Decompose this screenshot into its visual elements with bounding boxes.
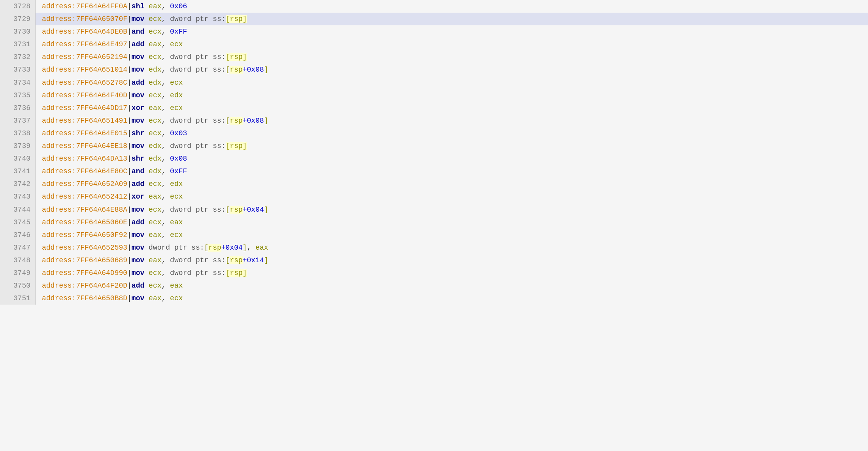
register: eax [149,2,161,10]
table-row[interactable]: 3733address:7FF64A651014|mov edx, dword … [0,63,868,76]
table-row[interactable]: 3751address:7FF64A650B8D|mov eax, ecx [0,292,868,305]
separator: | [127,53,132,61]
line-number: 3746 [0,229,36,241]
register: eax [149,294,161,302]
register: edx [149,142,161,150]
keyword: ptr [191,66,213,74]
address: address:7FF64A650689 [42,256,127,264]
line-content: address:7FF64A650F92|mov eax, ecx [36,229,868,241]
table-row[interactable]: 3746address:7FF64A650F92|mov eax, ecx [0,229,868,241]
comma: , [161,40,170,48]
separator: | [127,218,132,226]
line-content: address:7FF64A652412|xor eax, ecx [36,190,868,203]
line-number: 3751 [0,292,36,305]
table-row[interactable]: 3736address:7FF64A64DD17|xor eax, ecx [0,102,868,114]
mnemonic: add [132,180,144,188]
table-row[interactable]: 3744address:7FF64A64E88A|mov ecx, dword … [0,203,868,216]
address: address:7FF64A64DD17 [42,104,127,112]
line-number: 3743 [0,190,36,203]
address: address:7FF64A64F40D [42,91,127,99]
table-row[interactable]: 3743address:7FF64A652412|xor eax, ecx [0,190,868,203]
table-row[interactable]: 3732address:7FF64A652194|mov ecx, dword … [0,51,868,63]
segment: ss: [213,206,225,214]
keyword: dword [170,53,191,61]
address: address:7FF64A64E497 [42,40,127,48]
mem-open: [ [226,206,230,214]
table-row[interactable]: 3729address:7FF64A65070F|mov ecx, dword … [0,13,868,25]
separator: | [127,193,132,201]
separator: | [127,180,132,188]
table-row[interactable]: 3738address:7FF64A64E015|shr ecx, 0x03 [0,127,868,140]
register: ecx [149,15,161,23]
segment: ss: [213,142,225,150]
comma: , [161,28,170,36]
line-number: 3729 [0,13,36,25]
table-row[interactable]: 3730address:7FF64A64DE0B|and ecx, 0xFF [0,25,868,38]
separator: | [127,104,132,112]
immediate: 0xFF [170,28,187,36]
table-row[interactable]: 3735address:7FF64A64F40D|mov ecx, edx [0,89,868,102]
keyword: ptr [191,117,213,125]
line-content: address:7FF64A64E88A|mov ecx, dword ptr … [36,203,868,216]
table-row[interactable]: 3741address:7FF64A64E80C|and edx, 0xFF [0,165,868,178]
register: eax [149,193,161,201]
table-row[interactable]: 3750address:7FF64A64F20D|add ecx, eax [0,279,868,292]
comma: , [161,53,170,61]
address: address:7FF64A64DA13 [42,155,127,163]
disasm-rows: 3728address:7FF64A64FF0A|shl eax, 0x0637… [0,0,868,305]
address: address:7FF64A64E80C [42,167,127,175]
immediate: 0x08 [170,155,187,163]
register: eax [170,282,183,290]
comma: , [161,193,170,201]
line-content: address:7FF64A65060E|add ecx, eax [36,216,868,229]
address: address:7FF64A652A09 [42,180,127,188]
line-content: address:7FF64A64FF0A|shl eax, 0x06 [36,0,868,13]
line-content: address:7FF64A651491|mov ecx, dword ptr … [36,114,868,127]
table-row[interactable]: 3745address:7FF64A65060E|add ecx, eax [0,216,868,229]
mnemonic: mov [132,269,144,277]
table-row[interactable]: 3742address:7FF64A652A09|add ecx, edx [0,178,868,190]
keyword: dword [170,117,191,125]
table-row[interactable]: 3737address:7FF64A651491|mov ecx, dword … [0,114,868,127]
line-content: address:7FF64A64F20D|add ecx, eax [36,279,868,292]
keyword: dword [170,256,191,264]
line-content: address:7FF64A64DA13|shr edx, 0x08 [36,152,868,165]
separator: | [127,294,132,302]
line-number: 3728 [0,0,36,13]
line-number: 3740 [0,152,36,165]
separator: | [127,117,132,125]
memory-bracket: [rsp] [226,15,247,23]
comma: , [161,294,170,302]
table-row[interactable]: 3739address:7FF64A64EE18|mov edx, dword … [0,140,868,152]
address: address:7FF64A65278C [42,79,127,87]
line-number: 3735 [0,89,36,102]
segment: ss: [213,117,225,125]
table-row[interactable]: 3747address:7FF64A652593|mov dword ptr s… [0,241,868,254]
table-row[interactable]: 3740address:7FF64A64DA13|shr edx, 0x08 [0,152,868,165]
address: address:7FF64A64E88A [42,206,127,214]
table-row[interactable]: 3734address:7FF64A65278C|add edx, ecx [0,76,868,89]
table-row[interactable]: 3748address:7FF64A650689|mov eax, dword … [0,254,868,267]
table-row[interactable]: 3731address:7FF64A64E497|add eax, ecx [0,38,868,51]
table-row[interactable]: 3749address:7FF64A64D990|mov ecx, dword … [0,267,868,279]
comma: , [161,269,170,277]
offset: +0x08 [243,117,264,125]
segment: ss: [213,53,225,61]
mnemonic: mov [132,244,144,252]
comma: , [161,66,170,74]
line-number: 3730 [0,25,36,38]
register: edx [149,167,161,175]
keyword: ptr [170,244,191,252]
table-row[interactable]: 3728address:7FF64A64FF0A|shl eax, 0x06 [0,0,868,13]
mnemonic: add [132,79,144,87]
mnemonic: shr [132,155,144,163]
separator: | [127,15,132,23]
register: ecx [170,294,183,302]
line-content: address:7FF64A64DD17|xor eax, ecx [36,102,868,114]
comma: , [161,104,170,112]
memory-bracket: [rsp] [226,269,247,277]
mnemonic: mov [132,91,144,99]
comma: , [161,117,170,125]
separator: | [127,79,132,87]
keyword: ptr [191,142,213,150]
